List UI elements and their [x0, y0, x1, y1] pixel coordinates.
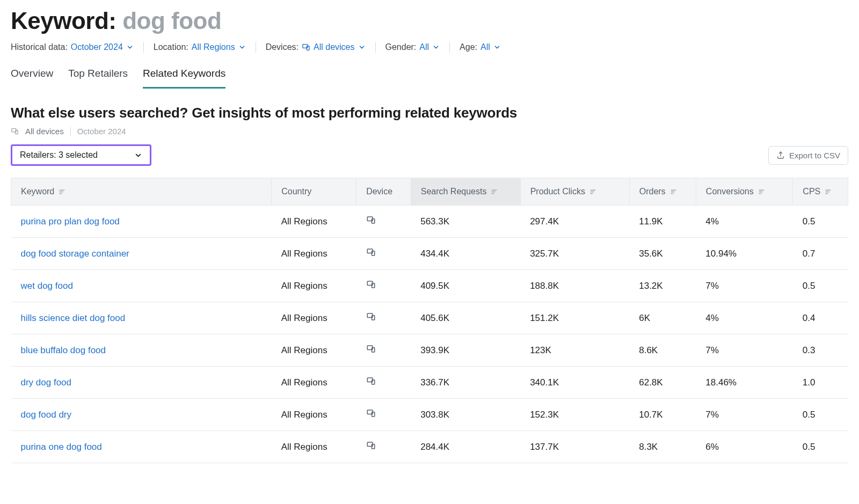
- cell-country: All Regions: [272, 206, 356, 238]
- cell-conversions: 4%: [696, 302, 793, 334]
- keyword-link[interactable]: dog food dry: [21, 410, 72, 420]
- devices-icon: [366, 441, 376, 450]
- cell-product-clicks: 340.1K: [520, 367, 629, 399]
- cell-country: All Regions: [272, 334, 356, 367]
- devices-icon: [366, 408, 376, 418]
- retailers-dropdown-label: Retailers: 3 selected: [20, 150, 98, 160]
- cell-product-clicks: 188.8K: [520, 270, 629, 302]
- cell-orders: 11.9K: [629, 206, 696, 238]
- cell-orders: 62.8K: [629, 367, 696, 399]
- cell-keyword: dog food storage container: [11, 238, 272, 270]
- chevron-down-icon: [358, 43, 366, 51]
- devices-icon: [366, 312, 376, 322]
- cell-search-requests: 393.9K: [411, 334, 520, 367]
- cell-keyword: purina pro plan dog food: [11, 206, 272, 238]
- filter-age-value: All: [481, 42, 490, 52]
- tab-overview[interactable]: Overview: [11, 64, 53, 89]
- divider: [256, 42, 256, 53]
- column-header-device: Device: [356, 178, 411, 206]
- cell-search-requests: 284.4K: [411, 431, 520, 463]
- filter-location-value: All Regions: [192, 42, 235, 52]
- filter-location-label: Location:: [154, 42, 188, 52]
- devices-icon: [366, 376, 376, 386]
- cell-cps: 0.4: [793, 302, 848, 334]
- table-row: purina pro plan dog foodAll Regions563.3…: [11, 206, 848, 238]
- column-header-label: Keyword: [21, 187, 54, 196]
- cell-orders: 35.6K: [629, 238, 696, 270]
- divider: [70, 127, 71, 136]
- sort-icon: [825, 188, 832, 195]
- keyword-link[interactable]: hills science diet dog food: [21, 313, 126, 323]
- keyword-link[interactable]: dry dog food: [21, 377, 72, 388]
- substatus-date: October 2024: [77, 127, 126, 136]
- keyword-link[interactable]: purina one dog food: [21, 442, 102, 452]
- filter-historical[interactable]: Historical data: October 2024: [11, 42, 134, 52]
- keyword-link[interactable]: wet dog food: [21, 281, 73, 291]
- cell-product-clicks: 297.4K: [520, 206, 629, 238]
- cell-conversions: 7%: [696, 270, 793, 302]
- column-header-label: Conversions: [706, 187, 754, 196]
- cell-product-clicks: 152.3K: [520, 399, 629, 431]
- cell-cps: 0.3: [793, 334, 848, 367]
- cell-keyword: purina one dog food: [11, 431, 272, 463]
- cell-search-requests: 409.5K: [411, 270, 520, 302]
- cell-device: [356, 367, 411, 399]
- filter-gender[interactable]: Gender: All: [385, 42, 440, 52]
- filter-age-label: Age:: [460, 42, 477, 52]
- filter-historical-value: October 2024: [71, 42, 123, 52]
- filter-devices[interactable]: Devices: All devices: [266, 42, 366, 52]
- cell-device: [356, 270, 411, 302]
- cell-search-requests: 434.4K: [411, 238, 520, 270]
- chevron-down-icon: [238, 43, 246, 51]
- column-header-orders[interactable]: Orders: [629, 178, 696, 206]
- cell-country: All Regions: [272, 302, 356, 334]
- cell-conversions: 10.94%: [696, 238, 793, 270]
- cell-device: [356, 431, 411, 463]
- cell-device: [356, 238, 411, 270]
- column-header-keyword[interactable]: Keyword: [11, 178, 272, 206]
- table-row: purina one dog foodAll Regions284.4K137.…: [11, 431, 848, 463]
- cell-cps: 1.0: [793, 367, 848, 399]
- cell-search-requests: 303.8K: [411, 399, 520, 431]
- column-header-cps[interactable]: CPS: [793, 178, 848, 206]
- filter-gender-label: Gender:: [385, 42, 417, 52]
- table-row: dog food dryAll Regions303.8K152.3K10.7K…: [11, 399, 848, 431]
- table-row: dog food storage containerAll Regions434…: [11, 238, 848, 270]
- cell-keyword: dry dog food: [11, 367, 272, 399]
- cell-cps: 0.5: [793, 399, 848, 431]
- tabs: Overview Top Retailers Related Keywords: [11, 64, 848, 89]
- column-header-search_requests[interactable]: Search Requests: [411, 178, 520, 206]
- cell-country: All Regions: [272, 431, 356, 463]
- column-header-conversions[interactable]: Conversions: [696, 178, 793, 206]
- sort-icon: [59, 188, 65, 195]
- tab-top-retailers[interactable]: Top Retailers: [68, 64, 128, 89]
- chevron-down-icon: [134, 151, 142, 159]
- keyword-link[interactable]: purina pro plan dog food: [21, 216, 120, 227]
- chevron-down-icon: [126, 43, 134, 51]
- column-header-product_clicks[interactable]: Product Clicks: [520, 178, 629, 206]
- filter-devices-label: Devices:: [266, 42, 299, 52]
- table-row: blue buffalo dog foodAll Regions393.9K12…: [11, 334, 848, 367]
- cell-orders: 8.6K: [629, 334, 696, 367]
- filter-location[interactable]: Location: All Regions: [154, 42, 246, 52]
- cell-keyword: dog food dry: [11, 399, 272, 431]
- devices-icon: [366, 344, 376, 354]
- export-csv-button[interactable]: Export to CSV: [768, 146, 848, 165]
- keyword-link[interactable]: dog food storage container: [21, 249, 129, 259]
- column-header-label: Search Requests: [421, 187, 487, 196]
- export-csv-label: Export to CSV: [789, 151, 840, 160]
- filter-age[interactable]: Age: All: [460, 42, 501, 52]
- cell-orders: 10.7K: [629, 399, 696, 431]
- chevron-down-icon: [493, 43, 501, 51]
- cell-country: All Regions: [272, 367, 356, 399]
- keyword-link[interactable]: blue buffalo dog food: [21, 345, 106, 355]
- sort-icon: [758, 188, 765, 195]
- cell-conversions: 7%: [696, 334, 793, 367]
- column-header-country: Country: [272, 178, 356, 206]
- cell-keyword: hills science diet dog food: [11, 302, 272, 334]
- tab-related-keywords[interactable]: Related Keywords: [143, 64, 225, 89]
- divider: [143, 42, 144, 53]
- devices-icon: [11, 127, 19, 135]
- retailers-dropdown[interactable]: Retailers: 3 selected: [11, 144, 151, 166]
- cell-cps: 0.5: [793, 206, 848, 238]
